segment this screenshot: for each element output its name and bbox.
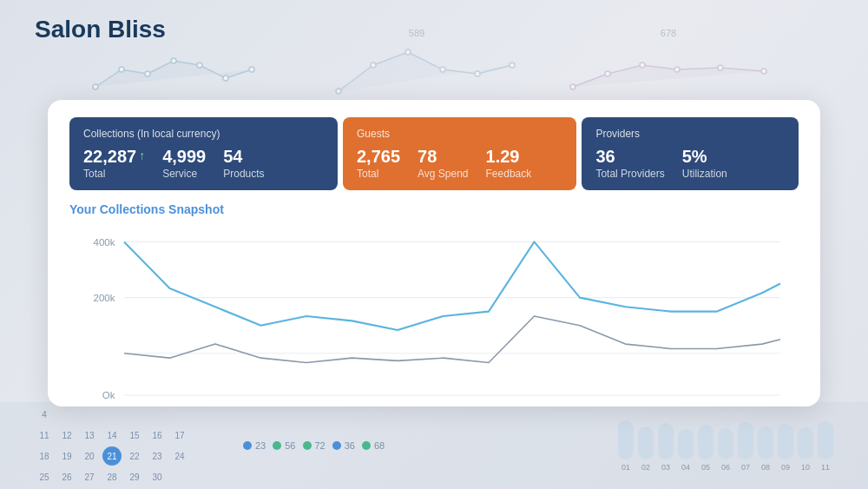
cal-day: 4 — [35, 405, 54, 424]
pill-label: 10 — [798, 463, 813, 472]
svg-text:589: 589 — [409, 28, 424, 38]
svg-text:200k: 200k — [93, 292, 115, 303]
cal-day: 16 — [148, 426, 167, 445]
guests-total: 2,765 Total — [357, 147, 400, 180]
dot-value: 23 — [255, 440, 266, 451]
pill-label: 06 — [718, 463, 733, 472]
providers-utilization-label: Utilization — [682, 168, 727, 180]
cal-day: 18 — [35, 446, 54, 466]
guests-total-label: Total — [357, 168, 400, 180]
arrow-up-icon: ↑ — [139, 149, 145, 162]
collections-products: 54 Products — [223, 147, 264, 180]
pills-row — [618, 420, 833, 459]
cal-day: 15 — [125, 426, 144, 445]
dot-item: 72 — [303, 440, 326, 451]
cal-day: 24 — [170, 446, 189, 466]
collections-box: Collections (In local currency) 22,287 ↑… — [69, 117, 338, 190]
collections-service: 4,999 Service — [162, 147, 206, 180]
pills-section: 01 02 03 04 05 06 07 08 09 10 11 — [618, 420, 833, 472]
pill — [818, 421, 833, 459]
pill — [778, 424, 793, 459]
collections-products-value: 54 — [223, 147, 264, 166]
svg-point-7 — [249, 67, 254, 72]
svg-point-20 — [640, 63, 645, 68]
pill — [658, 423, 674, 459]
svg-point-6 — [223, 76, 228, 81]
cal-day: 22 — [125, 446, 144, 466]
calendar-grid: 4 11 12 13 14 15 16 17 18 19 20 21 22 23… — [35, 405, 191, 486]
svg-point-13 — [440, 67, 445, 72]
chart-section: Your Collections Snapshot 400k 200k Ok — [69, 202, 799, 409]
bottom-dots: 23 56 72 36 68 — [243, 440, 385, 451]
dot-blue — [243, 441, 252, 450]
cal-day: 12 — [57, 426, 76, 445]
providers-utilization-value: 5% — [682, 147, 727, 166]
svg-point-14 — [475, 71, 480, 76]
guests-values: 2,765 Total 78 Avg Spend 1.29 Feedback — [357, 147, 562, 180]
collections-products-label: Products — [223, 168, 264, 180]
main-card: Collections (In local currency) 22,287 ↑… — [48, 100, 820, 406]
dot-item: 23 — [243, 440, 266, 451]
cal-day-highlight[interactable]: 21 — [102, 446, 122, 466]
cal-day: 20 — [80, 446, 99, 466]
providers-box: Providers 36 Total Providers 5% Utilizat… — [582, 117, 799, 190]
guests-avg-spend-label: Avg Spend — [418, 168, 469, 180]
dot-green — [362, 441, 371, 450]
dot-value: 72 — [315, 440, 326, 451]
cal-day: 11 — [35, 426, 54, 445]
dot-blue — [332, 441, 341, 450]
collections-total-value: 22,287 ↑ — [83, 147, 145, 166]
bottom-bar: 4 11 12 13 14 15 16 17 18 19 20 21 22 23… — [0, 402, 868, 489]
svg-point-21 — [674, 67, 680, 72]
svg-marker-0 — [95, 61, 252, 87]
pill — [638, 426, 654, 459]
pill-label: 09 — [778, 463, 793, 472]
pill-label: 03 — [658, 463, 674, 472]
collections-service-value: 4,999 — [162, 147, 206, 166]
guests-avg-spend: 78 Avg Spend — [418, 147, 469, 180]
chart-svg: 400k 200k Ok — [69, 223, 799, 409]
guests-box: Guests 2,765 Total 78 Avg Spend 1.29 Fee… — [343, 117, 576, 190]
svg-point-12 — [405, 50, 411, 55]
guests-avg-spend-value: 78 — [418, 147, 469, 166]
guests-total-value: 2,765 — [357, 147, 400, 166]
stats-row: Collections (In local currency) 22,287 ↑… — [69, 117, 799, 190]
dot-green — [273, 441, 281, 450]
collections-service-label: Service — [162, 168, 206, 180]
pill — [798, 427, 813, 459]
pill — [718, 428, 733, 459]
svg-text:Ok: Ok — [102, 389, 115, 400]
cal-day: 17 — [170, 426, 189, 445]
svg-point-3 — [145, 71, 150, 76]
pill — [738, 422, 753, 459]
svg-point-11 — [371, 63, 376, 68]
providers-total-value: 36 — [595, 147, 664, 166]
svg-point-10 — [336, 89, 341, 94]
guests-feedback-value: 1.29 — [486, 147, 532, 166]
cal-day: 28 — [102, 467, 122, 486]
collections-values: 22,287 ↑ Total 4,999 Service 54 Products — [83, 147, 324, 180]
svg-point-5 — [197, 63, 202, 68]
pill-label: 11 — [818, 463, 833, 472]
cal-day: 30 — [148, 467, 167, 486]
pill — [758, 426, 773, 459]
svg-point-22 — [718, 65, 723, 70]
app-title: Salon Bliss — [35, 16, 166, 43]
cal-day: 23 — [148, 446, 167, 466]
cal-day: 27 — [80, 467, 99, 486]
svg-text:678: 678 — [661, 28, 676, 38]
collections-total: 22,287 ↑ Total — [83, 147, 145, 180]
svg-point-15 — [510, 63, 515, 68]
pill-label: 04 — [678, 463, 694, 472]
providers-values: 36 Total Providers 5% Utilization — [595, 147, 785, 180]
svg-point-4 — [171, 58, 176, 63]
dot-item: 68 — [362, 440, 385, 451]
chart-area: 400k 200k Ok — [69, 223, 799, 409]
providers-utilization: 5% Utilization — [682, 147, 727, 180]
dot-green — [303, 441, 312, 450]
chart-title: Your Collections Snapshot — [69, 202, 799, 216]
pill-label: 01 — [618, 463, 634, 472]
cal-day: 19 — [57, 446, 76, 466]
collections-total-label: Total — [83, 168, 145, 180]
pill-labels: 01 02 03 04 05 06 07 08 09 10 11 — [618, 463, 833, 472]
